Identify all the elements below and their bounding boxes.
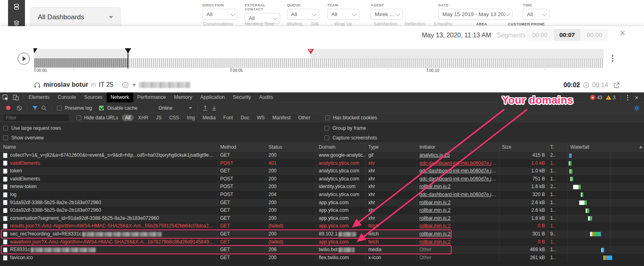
- filter-select[interactable]: All: [327, 9, 359, 20]
- player-menu-icon[interactable]: [612, 55, 613, 62]
- type-filter-media[interactable]: Media: [199, 115, 219, 121]
- console-errors-badge[interactable]: × 43: [590, 95, 602, 100]
- initiator-link[interactable]: gdc-dashboard-init-min.b060d7e.js:12: [419, 160, 499, 166]
- search-icon[interactable]: [41, 105, 47, 111]
- column-header-initiator[interactable]: Initiator: [417, 143, 499, 151]
- table-row[interactable]: conversation?segment_id=91da92df-3388-5b…: [0, 215, 644, 223]
- type-filter-css[interactable]: CSS: [166, 115, 182, 121]
- table-row[interactable]: results.json?X-Amz-Algorithm=AWS4-HMAC-S…: [0, 222, 644, 230]
- table-row[interactable]: validElementsPOST401analytics.ytica.comx…: [0, 160, 644, 168]
- segment-chip[interactable]: 00:00: [526, 29, 553, 41]
- devtools-close-icon[interactable]: ×: [633, 94, 640, 101]
- tab-sources[interactable]: Sources: [80, 92, 107, 102]
- type-filter-ws[interactable]: WS: [254, 115, 268, 121]
- type-filter-js[interactable]: JS: [153, 115, 165, 121]
- waterfall-bar: [584, 201, 587, 205]
- disable-cache-checkbox[interactable]: [99, 106, 104, 110]
- initiator-link[interactable]: gdc-dashboard-init-min.b060d7e.js:12: [419, 176, 499, 182]
- metric-label: Wrap Up: [334, 21, 352, 26]
- segment-start-marker[interactable]: [33, 48, 37, 53]
- console-warnings-badge[interactable]: ! 3: [606, 95, 616, 100]
- filter-label: AGENT: [371, 3, 403, 7]
- type-filter-img[interactable]: Img: [184, 115, 198, 121]
- initiator-link[interactable]: rollbar.min.js:2: [419, 223, 450, 229]
- waterfall-bar: [590, 216, 592, 221]
- column-header-name[interactable]: Name: [0, 143, 217, 151]
- table-row[interactable]: collect?v=1&_v=j82&a=67412600&t=event&_s…: [0, 151, 644, 160]
- group-by-frame-checkbox[interactable]: [324, 126, 329, 131]
- show-overview-checkbox[interactable]: [3, 135, 8, 140]
- devtools-menu-icon[interactable]: [625, 95, 630, 100]
- app-logo-icon[interactable]: [12, 3, 21, 10]
- table-row[interactable]: 91da92df-3388-5b25-8a2e-2b183e072960GET2…: [0, 199, 644, 207]
- filter-select[interactable]: All: [202, 9, 238, 20]
- filter-icon[interactable]: [32, 105, 38, 111]
- type-filter-doc[interactable]: Doc: [237, 115, 252, 121]
- column-header-status[interactable]: Status: [266, 143, 316, 151]
- throttling-select[interactable]: Online: [159, 105, 193, 111]
- has-blocked-cookies-checkbox[interactable]: [325, 115, 330, 120]
- external-link-icon[interactable]: [613, 82, 620, 88]
- column-header-size[interactable]: Size: [499, 143, 547, 151]
- initiator-link[interactable]: rollbar.min.js:2: [419, 215, 450, 221]
- initiator-link[interactable]: gdc-dashboard-init-min.b060d7e.js:12: [419, 168, 499, 174]
- tab-audits[interactable]: Audits: [255, 92, 277, 102]
- panel-close-icon[interactable]: ×: [620, 29, 625, 38]
- table-row[interactable]: favicon.icoGET200flex.twilio.comx-iconOt…: [0, 254, 644, 262]
- initiator-link[interactable]: rollbar.min.js:2: [419, 207, 450, 213]
- column-header-domain[interactable]: Domain: [316, 143, 365, 151]
- smiley-icon: [122, 82, 129, 88]
- column-header-type[interactable]: Type: [365, 143, 417, 151]
- filter-label: EXTERNAL CONTACT: [245, 3, 280, 11]
- filter-input[interactable]: [3, 115, 69, 121]
- segment-chip[interactable]: 00:00: [581, 29, 608, 41]
- column-header-method[interactable]: Method: [217, 143, 266, 151]
- inspect-element-icon[interactable]: [0, 92, 10, 103]
- import-har-icon[interactable]: [202, 105, 208, 111]
- tab-application[interactable]: Application: [196, 92, 229, 102]
- type-filter-manifest[interactable]: Manifest: [269, 115, 294, 121]
- type-filter-xhr[interactable]: XHR: [135, 115, 151, 121]
- layers-icon[interactable]: [12, 19, 21, 27]
- use-large-request-rows-checkbox[interactable]: [3, 126, 8, 131]
- filter-select[interactable]: All: [523, 9, 549, 20]
- hide-data-urls-checkbox[interactable]: [76, 115, 81, 120]
- preserve-log-checkbox[interactable]: [57, 106, 62, 110]
- table-row[interactable]: 91da92df-3388-5b25-8a2e-2b183e072960GET2…: [0, 207, 644, 215]
- table-row[interactable]: logPOST204analytics.ytica.comxhrgdc-dash…: [0, 191, 644, 199]
- tab-security[interactable]: Security: [229, 92, 255, 102]
- tab-network[interactable]: Network: [107, 92, 133, 102]
- filter-select[interactable]: May 15 2019 - May 13 2020: [438, 9, 512, 20]
- table-row[interactable]: tokenGET200analytics.ytica.comxhrgdc-das…: [0, 167, 644, 175]
- waveform-timeline[interactable]: [34, 49, 604, 68]
- tab-console[interactable]: Console: [54, 92, 80, 102]
- table-row[interactable]: renew-tokenPOST200identity.ytica.comxhrr…: [0, 183, 644, 191]
- device-toolbar-icon[interactable]: [10, 92, 21, 103]
- segment-chip[interactable]: 00:07: [554, 29, 580, 41]
- initiator-link[interactable]: rollbar.min.js:2: [419, 200, 450, 205]
- initiator-link[interactable]: rollbar.min.js:2: [419, 184, 450, 189]
- initiator-link[interactable]: analytics.js:25: [419, 152, 450, 158]
- initiator-link[interactable]: rollbar.min.js:2: [419, 239, 450, 245]
- table-row[interactable]: validElementsPOST200analytics.ytica.comx…: [0, 175, 644, 183]
- segments-label: Segments: [497, 32, 526, 39]
- all-dashboards-dropdown[interactable]: All Dashboards: [30, 7, 121, 27]
- clear-network-log-icon[interactable]: [17, 105, 22, 111]
- type-filter-all[interactable]: All: [122, 115, 134, 121]
- type-filter-other[interactable]: Other: [295, 115, 314, 121]
- highlight-box-media-row: [1, 245, 452, 254]
- filter-select[interactable]: Mirek ...: [371, 9, 403, 20]
- export-har-icon[interactable]: [211, 105, 217, 111]
- filter-select[interactable]: All: [287, 9, 319, 20]
- record-network-log-button[interactable]: [6, 106, 10, 110]
- type-filter-font[interactable]: Font: [220, 115, 236, 121]
- column-header-waterfall[interactable]: Waterfall: [568, 143, 644, 151]
- initiator-link[interactable]: gdc-dashboard-init-min.b060d7e.js:12: [419, 192, 499, 197]
- play-button[interactable]: [18, 53, 30, 65]
- tab-memory[interactable]: Memory: [170, 92, 196, 102]
- capture-screenshots-checkbox[interactable]: [324, 135, 329, 140]
- tab-performance[interactable]: Performance: [133, 92, 170, 102]
- column-header-t[interactable]: T.: [547, 143, 568, 151]
- tab-elements[interactable]: Elements: [25, 92, 54, 102]
- settings-gear-icon[interactable]: [634, 105, 640, 111]
